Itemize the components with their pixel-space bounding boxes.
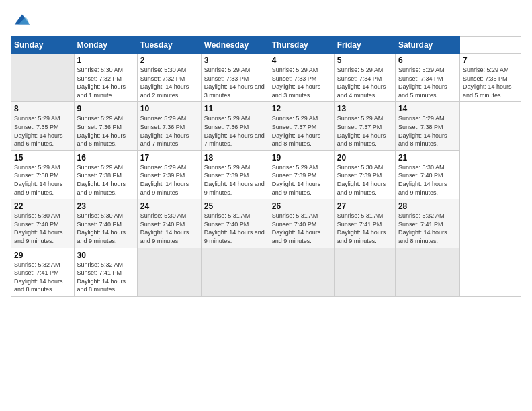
calendar-cell: 28Sunrise: 5:32 AMSunset: 7:41 PMDayligh… [395, 199, 459, 248]
calendar-week-row: 1Sunrise: 5:30 AMSunset: 7:32 PMDaylight… [11, 54, 521, 102]
day-number: 7 [463, 56, 518, 65]
calendar-cell: 22Sunrise: 5:30 AMSunset: 7:40 PMDayligh… [11, 199, 75, 248]
day-header: Friday [334, 37, 395, 54]
day-header: Sunday [11, 37, 75, 54]
day-info: Sunrise: 5:31 AMSunset: 7:40 PMDaylight:… [272, 212, 331, 245]
day-number: 10 [140, 104, 198, 113]
day-info: Sunrise: 5:29 AMSunset: 7:35 PMDaylight:… [14, 114, 71, 148]
day-info: Sunrise: 5:29 AMSunset: 7:33 PMDaylight:… [204, 66, 266, 99]
calendar-cell [395, 248, 459, 296]
calendar-cell: 4Sunrise: 5:29 AMSunset: 7:33 PMDaylight… [269, 54, 334, 102]
calendar-cell: 17Sunrise: 5:29 AMSunset: 7:39 PMDayligh… [137, 150, 201, 199]
day-info: Sunrise: 5:30 AMSunset: 7:39 PMDaylight:… [337, 163, 392, 197]
calendar-cell: 1Sunrise: 5:30 AMSunset: 7:32 PMDaylight… [74, 54, 137, 102]
logo-icon [12, 11, 31, 30]
day-header: Saturday [395, 37, 459, 54]
calendar-cell: 15Sunrise: 5:29 AMSunset: 7:38 PMDayligh… [11, 150, 75, 199]
day-number: 4 [272, 56, 331, 65]
calendar-header-row: SundayMondayTuesdayWednesdayThursdayFrid… [11, 37, 521, 54]
day-info: Sunrise: 5:29 AMSunset: 7:39 PMDaylight:… [140, 163, 198, 197]
calendar-cell: 16Sunrise: 5:29 AMSunset: 7:38 PMDayligh… [74, 150, 137, 199]
calendar-week-row: 22Sunrise: 5:30 AMSunset: 7:40 PMDayligh… [11, 199, 521, 248]
calendar-cell: 29Sunrise: 5:32 AMSunset: 7:41 PMDayligh… [11, 248, 75, 296]
day-number: 13 [337, 104, 392, 113]
calendar-cell: 25Sunrise: 5:31 AMSunset: 7:40 PMDayligh… [201, 199, 269, 248]
day-number: 14 [398, 104, 457, 113]
day-number: 5 [337, 56, 392, 65]
day-number: 17 [140, 153, 198, 163]
day-header: Wednesday [201, 37, 269, 54]
day-info: Sunrise: 5:29 AMSunset: 7:36 PMDaylight:… [140, 114, 198, 148]
day-number: 28 [398, 201, 457, 211]
day-number: 12 [272, 104, 331, 113]
calendar-cell: 30Sunrise: 5:32 AMSunset: 7:41 PMDayligh… [74, 248, 137, 296]
calendar-week-row: 15Sunrise: 5:29 AMSunset: 7:38 PMDayligh… [11, 150, 521, 199]
day-number: 2 [140, 56, 198, 65]
day-number: 26 [272, 201, 331, 211]
day-info: Sunrise: 5:29 AMSunset: 7:36 PMDaylight:… [77, 114, 134, 148]
day-number: 11 [204, 104, 266, 113]
day-info: Sunrise: 5:29 AMSunset: 7:35 PMDaylight:… [463, 66, 518, 99]
day-number: 15 [14, 153, 71, 163]
day-info: Sunrise: 5:29 AMSunset: 7:38 PMDaylight:… [14, 163, 71, 197]
day-number: 25 [204, 201, 266, 211]
day-info: Sunrise: 5:29 AMSunset: 7:36 PMDaylight:… [204, 114, 266, 148]
logo [11, 11, 31, 30]
day-number: 3 [204, 56, 266, 65]
calendar-cell: 5Sunrise: 5:29 AMSunset: 7:34 PMDaylight… [334, 54, 395, 102]
calendar-cell: 13Sunrise: 5:29 AMSunset: 7:37 PMDayligh… [334, 102, 395, 150]
day-number: 22 [14, 201, 71, 211]
day-number: 29 [14, 250, 71, 260]
day-info: Sunrise: 5:30 AMSunset: 7:40 PMDaylight:… [14, 212, 71, 245]
day-info: Sunrise: 5:32 AMSunset: 7:41 PMDaylight:… [77, 261, 134, 294]
day-info: Sunrise: 5:29 AMSunset: 7:39 PMDaylight:… [272, 163, 331, 197]
day-info: Sunrise: 5:29 AMSunset: 7:38 PMDaylight:… [398, 114, 457, 148]
calendar-cell [201, 248, 269, 296]
day-info: Sunrise: 5:32 AMSunset: 7:41 PMDaylight:… [14, 261, 71, 294]
day-number: 21 [398, 153, 457, 163]
day-info: Sunrise: 5:30 AMSunset: 7:40 PMDaylight:… [140, 212, 198, 245]
day-info: Sunrise: 5:29 AMSunset: 7:33 PMDaylight:… [272, 66, 331, 99]
calendar-cell: 19Sunrise: 5:29 AMSunset: 7:39 PMDayligh… [269, 150, 334, 199]
day-number: 18 [204, 153, 266, 163]
calendar-table: SundayMondayTuesdayWednesdayThursdayFrid… [11, 36, 521, 297]
calendar-cell: 6Sunrise: 5:29 AMSunset: 7:34 PMDaylight… [395, 54, 459, 102]
calendar-cell: 10Sunrise: 5:29 AMSunset: 7:36 PMDayligh… [137, 102, 201, 150]
day-number: 23 [77, 201, 134, 211]
day-info: Sunrise: 5:31 AMSunset: 7:41 PMDaylight:… [337, 212, 392, 245]
day-info: Sunrise: 5:30 AMSunset: 7:32 PMDaylight:… [140, 66, 198, 99]
day-info: Sunrise: 5:29 AMSunset: 7:37 PMDaylight:… [337, 114, 392, 148]
calendar-cell: 26Sunrise: 5:31 AMSunset: 7:40 PMDayligh… [269, 199, 334, 248]
day-info: Sunrise: 5:30 AMSunset: 7:40 PMDaylight:… [77, 212, 134, 245]
day-number: 16 [77, 153, 134, 163]
day-info: Sunrise: 5:30 AMSunset: 7:32 PMDaylight:… [77, 66, 134, 99]
calendar-week-row: 29Sunrise: 5:32 AMSunset: 7:41 PMDayligh… [11, 248, 521, 296]
day-number: 6 [398, 56, 457, 65]
day-number: 8 [14, 104, 71, 113]
page: SundayMondayTuesdayWednesdayThursdayFrid… [0, 0, 532, 411]
calendar-cell: 11Sunrise: 5:29 AMSunset: 7:36 PMDayligh… [201, 102, 269, 150]
calendar-cell [334, 248, 395, 296]
day-number: 9 [77, 104, 134, 113]
day-number: 24 [140, 201, 198, 211]
calendar-cell [137, 248, 201, 296]
day-info: Sunrise: 5:29 AMSunset: 7:34 PMDaylight:… [398, 66, 457, 99]
calendar-cell: 14Sunrise: 5:29 AMSunset: 7:38 PMDayligh… [395, 102, 459, 150]
day-info: Sunrise: 5:29 AMSunset: 7:39 PMDaylight:… [204, 163, 266, 197]
day-number: 20 [337, 153, 392, 163]
day-number: 1 [77, 56, 134, 65]
day-number: 19 [272, 153, 331, 163]
calendar-cell [11, 54, 75, 102]
calendar-cell: 12Sunrise: 5:29 AMSunset: 7:37 PMDayligh… [269, 102, 334, 150]
calendar-cell: 20Sunrise: 5:30 AMSunset: 7:39 PMDayligh… [334, 150, 395, 199]
day-number: 30 [77, 250, 134, 260]
day-info: Sunrise: 5:29 AMSunset: 7:34 PMDaylight:… [337, 66, 392, 99]
calendar-cell: 21Sunrise: 5:30 AMSunset: 7:40 PMDayligh… [395, 150, 459, 199]
day-number: 27 [337, 201, 392, 211]
calendar-cell: 23Sunrise: 5:30 AMSunset: 7:40 PMDayligh… [74, 199, 137, 248]
day-info: Sunrise: 5:32 AMSunset: 7:41 PMDaylight:… [398, 212, 457, 245]
header [11, 11, 521, 30]
calendar-cell: 3Sunrise: 5:29 AMSunset: 7:33 PMDaylight… [201, 54, 269, 102]
calendar-cell: 18Sunrise: 5:29 AMSunset: 7:39 PMDayligh… [201, 150, 269, 199]
calendar-cell: 8Sunrise: 5:29 AMSunset: 7:35 PMDaylight… [11, 102, 75, 150]
